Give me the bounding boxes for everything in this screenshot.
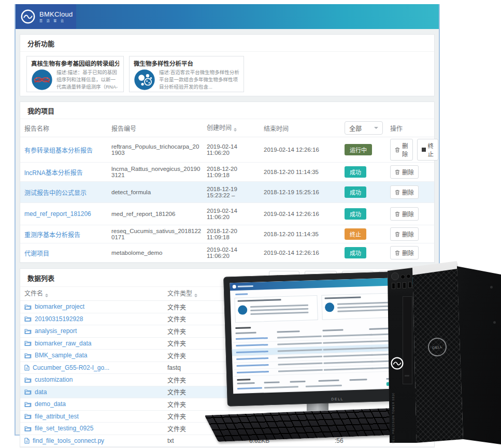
- project-code: detect_formula: [111, 189, 207, 195]
- status-filter-cell: 全部: [345, 121, 390, 135]
- status-filter-dropdown[interactable]: 全部: [345, 121, 383, 135]
- projects-panel: 我的项目 报告名称 报告编号 创建时间 结束时间 全部 操作 有参转录组基本分析…: [20, 102, 435, 263]
- terminate-button[interactable]: 终止: [417, 139, 439, 161]
- trash-icon: [395, 211, 400, 217]
- projects-table-header: 报告名称 报告编号 创建时间 结束时间 全部 操作: [20, 119, 434, 137]
- usb-port-icon: [397, 282, 400, 288]
- mini-ui-element: [319, 380, 339, 382]
- tower: DELL PRECISION TOWER 5810 DELL: [387, 259, 501, 447]
- project-row: 有参转录组基本分析报告reftrans_Populus_trichocarpa_…: [20, 137, 434, 163]
- audio-jack-icon: [406, 274, 411, 279]
- project-name-link[interactable]: 有参转录组基本分析报告: [24, 146, 111, 154]
- project-row: 代谢项目metabolome_demo2019-02-14 11:06:2020…: [20, 243, 434, 263]
- status-badge: 运行中: [345, 144, 372, 155]
- mini-ui-element: [237, 387, 262, 389]
- mini-ui-element: [237, 379, 250, 381]
- folder-icon: [24, 328, 32, 334]
- project-actions: 删除终止: [390, 139, 438, 161]
- col-file-name[interactable]: 文件名: [24, 288, 167, 299]
- project-name-link[interactable]: 代谢项目: [24, 249, 111, 257]
- project-row: 重测序基本分析报告reseq_Cucumis_sativus_201812201…: [20, 225, 434, 243]
- delete-button[interactable]: 删除: [390, 246, 419, 259]
- sort-icon: [194, 292, 197, 299]
- status-cell: 运行中: [345, 144, 390, 155]
- file-name-link[interactable]: find_file_tools_connect.py: [24, 437, 167, 444]
- project-name-link[interactable]: lncRNA基本分析报告: [24, 168, 111, 177]
- mini-ui-element: [278, 369, 323, 372]
- file-name-link[interactable]: biomarker_project: [24, 303, 167, 310]
- status-badge: 成功: [345, 166, 366, 178]
- mini-ui-element: [237, 364, 269, 367]
- status-badge: 成功: [345, 208, 366, 220]
- project-code: med_ref_report_181206: [111, 211, 207, 217]
- mini-ui-element: [237, 382, 255, 384]
- power-button-icon: [391, 272, 399, 280]
- mini-ui-element: [237, 371, 269, 373]
- file-name-link[interactable]: demo_data: [24, 400, 167, 408]
- usb-port-icon: [403, 282, 406, 288]
- analysis-title: 分析功能: [20, 35, 434, 52]
- project-actions: 删除: [390, 207, 431, 221]
- chevron-down-icon: [374, 127, 378, 131]
- col-report-code: 报告编号: [111, 124, 207, 133]
- card-title: 真核生物有参考基因组的转录组分析平台: [31, 59, 119, 67]
- brand-text: BMKCloud 百 迈 客 云: [39, 11, 73, 22]
- audio-jack-icon: [400, 274, 405, 279]
- optical-drive: [403, 296, 412, 384]
- tower-model-label: DELL PRECISION TOWER 5810: [392, 393, 395, 444]
- trash-icon: [395, 190, 400, 195]
- project-name-link[interactable]: 重测序基本分析报告: [24, 230, 111, 239]
- brand-logo: BMKCloud 百 迈 客 云: [16, 4, 76, 29]
- project-created: 2018-12-20 11:09:18: [207, 166, 264, 178]
- project-name-link[interactable]: med_ref_report_181206: [24, 210, 111, 218]
- sort-icon: [45, 292, 48, 299]
- mini-ui-element: [278, 363, 323, 366]
- screw-icon: [490, 286, 493, 288]
- folder-icon: [24, 377, 32, 383]
- file-name-link[interactable]: customization: [24, 376, 167, 383]
- file-name-link[interactable]: file_set_testing_0925: [24, 425, 167, 432]
- folder-icon: [24, 340, 32, 346]
- mini-ui-element: [235, 293, 248, 295]
- mini-ui-element: [323, 334, 373, 337]
- col-created[interactable]: 创建时间: [207, 123, 264, 133]
- project-name-link[interactable]: 测试报告中的公式显示: [24, 188, 111, 197]
- file-name-link[interactable]: analysis_report: [24, 327, 167, 335]
- file-name-link[interactable]: biomarker_raw_data: [24, 340, 167, 347]
- file-icon: [24, 438, 30, 444]
- file-name-link[interactable]: 20190315192928: [24, 315, 167, 323]
- project-actions: 删除: [390, 165, 431, 179]
- col-action: 操作: [390, 124, 431, 133]
- delete-button[interactable]: 删除: [390, 227, 419, 241]
- folder-icon: [24, 426, 32, 431]
- mini-ui-element: [278, 356, 322, 359]
- delete-button[interactable]: 删除: [390, 207, 419, 221]
- file-name-link[interactable]: Cucumber_G55-R02-I_go...: [24, 364, 167, 371]
- file-icon: [24, 365, 30, 371]
- card-microbe-platform[interactable]: 微生物多样性分析平台 描述:百迈客云平: [129, 56, 244, 92]
- mini-ui-element: [236, 337, 268, 340]
- folder-icon: [24, 353, 32, 358]
- file-name-link[interactable]: file_attribut_test: [24, 413, 167, 420]
- mini-ui-element: [322, 329, 343, 331]
- status-badge: 成功: [345, 186, 366, 198]
- sort-icon: [234, 126, 237, 133]
- status-badge: 成功: [345, 247, 366, 258]
- mini-ui-element: [350, 379, 367, 381]
- brand-subtitle: 百 迈 客 云: [39, 19, 73, 22]
- file-name-link[interactable]: data: [24, 388, 167, 396]
- project-created: 2019-02-14 11:06:20: [207, 143, 264, 156]
- delete-button[interactable]: 删除: [390, 185, 419, 199]
- delete-button[interactable]: 删除: [390, 139, 413, 161]
- project-ended: 2018-12-20 11:14:35: [264, 231, 345, 237]
- delete-button[interactable]: 删除: [390, 165, 419, 179]
- usb-port-icon: [392, 283, 395, 289]
- project-ended: 2018-12-19 15:25:16: [264, 189, 345, 195]
- project-actions: 删除: [390, 227, 431, 241]
- file-name-link[interactable]: BMK_sample_data: [24, 352, 167, 359]
- card-rnaseq-platform[interactable]: 真核生物有参考基因组的转录组分析平台 描述:描述：基于已知的基因组序列和: [26, 56, 124, 92]
- project-actions: 删除: [390, 246, 431, 259]
- mini-ui-element: [323, 361, 373, 364]
- project-row: med_ref_report_181206med_ref_report_1812…: [20, 203, 434, 225]
- status-cell: 成功: [345, 166, 390, 178]
